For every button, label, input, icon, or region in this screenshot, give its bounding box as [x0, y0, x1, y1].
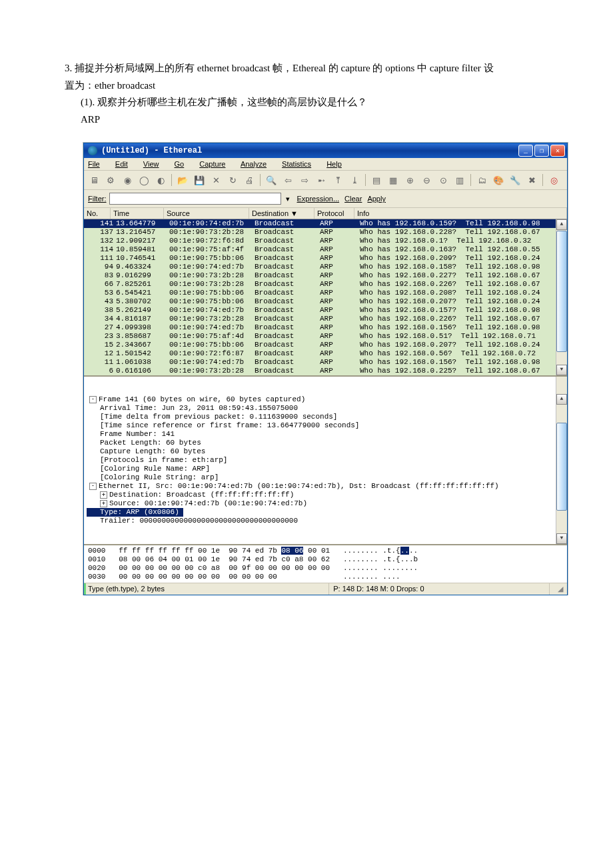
col-time[interactable]: Time [111, 208, 164, 219]
table-row[interactable]: 121.501542 00:1e:90:72:f6:87Broadcast AR… [84, 349, 567, 358]
scroll-up-icon[interactable]: ▲ [556, 394, 567, 405]
close-file-icon[interactable]: ✕ [209, 173, 223, 187]
resize-grip-icon[interactable]: ◢ [550, 583, 567, 595]
tree-row[interactable]: [Protocols in frame: eth:arp] [87, 456, 564, 465]
hex-offset: 0000 [88, 547, 105, 555]
tree-row[interactable]: Capture Length: 60 bytes [87, 447, 564, 456]
packet-list[interactable]: ▲ ▼ 14113.664779 00:1e:90:74:ed:7bBroadc… [84, 219, 567, 375]
filter-dropdown-icon[interactable]: ▾ [284, 195, 292, 203]
table-row[interactable]: 839.016299 00:1e:90:73:2b:28Broadcast AR… [84, 271, 567, 280]
table-row[interactable]: 11110.746541 00:1e:90:75:bb:06Broadcast … [84, 254, 567, 263]
table-row[interactable]: 667.825261 00:1e:90:73:2b:28Broadcast AR… [84, 280, 567, 289]
menu-statistics[interactable]: Statistics [282, 160, 318, 168]
packet-bytes-pane[interactable]: 0000 ff ff ff ff ff ff 00 1e 90 74 ed 7b… [84, 544, 567, 583]
zoom100-icon[interactable]: ⊙ [436, 173, 450, 187]
tree-row[interactable]: Frame Number: 141 [87, 430, 564, 439]
interfaces-icon[interactable]: 🖥 [87, 173, 101, 187]
filter-input[interactable] [109, 193, 281, 205]
help-icon[interactable]: ✖ [524, 173, 539, 187]
save-icon[interactable]: 💾 [192, 173, 207, 187]
scroll-down-icon[interactable]: ▼ [556, 533, 567, 544]
top-icon[interactable]: ⤒ [330, 173, 345, 187]
maximize-button[interactable]: ❐ [534, 145, 549, 157]
tree-row[interactable]: [Coloring Rule String: arp] [87, 473, 564, 482]
back-icon[interactable]: ⇦ [281, 173, 295, 187]
forward-icon[interactable]: ⇨ [297, 173, 312, 187]
close-button[interactable]: ✕ [550, 145, 565, 157]
prefs-icon[interactable]: 🔧 [508, 173, 522, 187]
tree-row[interactable]: -Ethernet II, Src: 00:1e:90:74:ed:7b (00… [87, 482, 564, 491]
table-row[interactable]: 344.816187 00:1e:90:73:2b:28Broadcast AR… [84, 315, 567, 323]
table-row[interactable]: 14113.664779 00:1e:90:74:ed:7bBroadcast … [84, 219, 567, 228]
minimize-button[interactable]: _ [518, 145, 533, 157]
print-icon[interactable]: 🖨 [242, 173, 257, 187]
filter-expression[interactable]: Expression... [297, 195, 340, 203]
tree-row[interactable]: [Coloring Rule Name: ARP] [87, 465, 564, 473]
table-row[interactable]: 60.616106 00:1e:90:73:2b:28Broadcast ARP… [84, 367, 567, 375]
scroll-up-icon[interactable]: ▲ [556, 219, 567, 230]
wiki-icon[interactable]: ◎ [546, 173, 561, 187]
tree-row[interactable]: Trailer: 0000000000000000000000000000000… [87, 517, 564, 525]
tree-row[interactable]: +Source: 00:1e:90:74:ed:7b (00:1e:90:74:… [87, 499, 564, 508]
col-source[interactable]: Source [164, 208, 249, 219]
tree-row[interactable]: Arrival Time: Jun 23, 2011 08:59:43.1550… [87, 404, 564, 413]
menu-file[interactable]: File [88, 160, 107, 168]
filters-icon[interactable]: 🗂 [474, 173, 489, 187]
toolbar: 🖥 ⚙ ◉ ◯ ◐ 📂 💾 ✕ ↻ 🖨 🔍 ⇦ ⇨ ➸ ⤒ ⤓ ▤ ▦ ⊕ ⊖ … [84, 171, 567, 190]
table-row[interactable]: 233.858687 00:1e:90:75:af:4dBroadcast AR… [84, 332, 567, 341]
autoscroll-icon[interactable]: ▦ [386, 173, 400, 187]
find-icon[interactable]: 🔍 [264, 173, 279, 187]
coloring-icon[interactable]: 🎨 [491, 173, 506, 187]
hex-bytes: 00 9f 00 00 00 00 00 00 [229, 564, 330, 572]
tree-row[interactable]: Type: ARP (0x0806) [87, 508, 564, 517]
options-icon[interactable]: ⚙ [103, 173, 118, 187]
menu-help[interactable]: Help [326, 160, 348, 168]
scroll-thumb[interactable] [556, 231, 567, 352]
menu-edit[interactable]: Edit [115, 160, 135, 168]
zoomout-icon[interactable]: ⊖ [419, 173, 434, 187]
menu-analyze[interactable]: Analyze [241, 160, 273, 168]
table-row[interactable]: 111.061038 00:1e:90:74:ed:7bBroadcast AR… [84, 358, 567, 367]
resize-cols-icon[interactable]: ▥ [452, 173, 467, 187]
titlebar[interactable]: (Untitled) - Ethereal _ ❐ ✕ [84, 143, 567, 158]
open-icon[interactable]: 📂 [175, 173, 190, 187]
menu-view[interactable]: View [143, 160, 166, 168]
filter-label[interactable]: Filter: [88, 195, 107, 203]
reload-icon[interactable]: ↻ [225, 173, 240, 187]
menu-go[interactable]: Go [175, 160, 191, 168]
table-row[interactable]: 949.463324 00:1e:90:74:ed:7bBroadcast AR… [84, 263, 567, 271]
tree-row[interactable]: [Time delta from previous packet: 0.1116… [87, 413, 564, 421]
bottom-icon[interactable]: ⤓ [347, 173, 362, 187]
packet-list-scrollbar[interactable]: ▲ ▼ [556, 219, 567, 375]
col-no[interactable]: No. [84, 208, 111, 219]
scroll-thumb[interactable] [556, 423, 567, 511]
table-row[interactable]: 435.380702 00:1e:90:75:bb:06Broadcast AR… [84, 297, 567, 306]
tree-row[interactable]: Packet Length: 60 bytes [87, 439, 564, 447]
filter-apply[interactable]: Apply [367, 195, 386, 203]
restart-capture-icon[interactable]: ◐ [153, 173, 168, 187]
menu-capture[interactable]: Capture [199, 160, 232, 168]
zoomin-icon[interactable]: ⊕ [402, 173, 417, 187]
hex-bytes: 08 00 06 04 00 01 00 1e [119, 555, 220, 563]
col-destination[interactable]: Destination ▼ [249, 208, 314, 219]
details-scrollbar[interactable]: ▲ ▼ [556, 377, 567, 544]
tree-row[interactable]: -Frame 141 (60 bytes on wire, 60 bytes c… [87, 395, 564, 404]
table-row[interactable]: 13212.909217 00:1e:90:72:f6:8dBroadcast … [84, 237, 567, 245]
stop-capture-icon[interactable]: ◯ [137, 173, 151, 187]
table-row[interactable]: 385.262149 00:1e:90:74:ed:7bBroadcast AR… [84, 306, 567, 315]
colorize-icon[interactable]: ▤ [369, 173, 384, 187]
filter-clear[interactable]: Clear [344, 195, 362, 203]
table-row[interactable]: 274.099398 00:1e:90:74:ed:7bBroadcast AR… [84, 323, 567, 332]
table-row[interactable]: 11410.859481 00:1e:90:75:af:4fBroadcast … [84, 245, 567, 254]
table-row[interactable]: 536.545421 00:1e:90:75:bb:06Broadcast AR… [84, 289, 567, 297]
col-protocol[interactable]: Protocol [314, 208, 354, 219]
tree-row[interactable]: +Destination: Broadcast (ff:ff:ff:ff:ff:… [87, 491, 564, 499]
goto-icon[interactable]: ➸ [314, 173, 328, 187]
table-row[interactable]: 13713.216457 00:1e:90:73:2b:28Broadcast … [84, 228, 567, 237]
start-capture-icon[interactable]: ◉ [120, 173, 135, 187]
packet-details-pane[interactable]: -Frame 141 (60 bytes on wire, 60 bytes c… [84, 375, 567, 544]
col-info[interactable]: Info [354, 208, 567, 219]
table-row[interactable]: 152.343667 00:1e:90:75:bb:06Broadcast AR… [84, 341, 567, 349]
scroll-down-icon[interactable]: ▼ [556, 365, 567, 375]
tree-row[interactable]: [Time since reference or first frame: 13… [87, 421, 564, 430]
